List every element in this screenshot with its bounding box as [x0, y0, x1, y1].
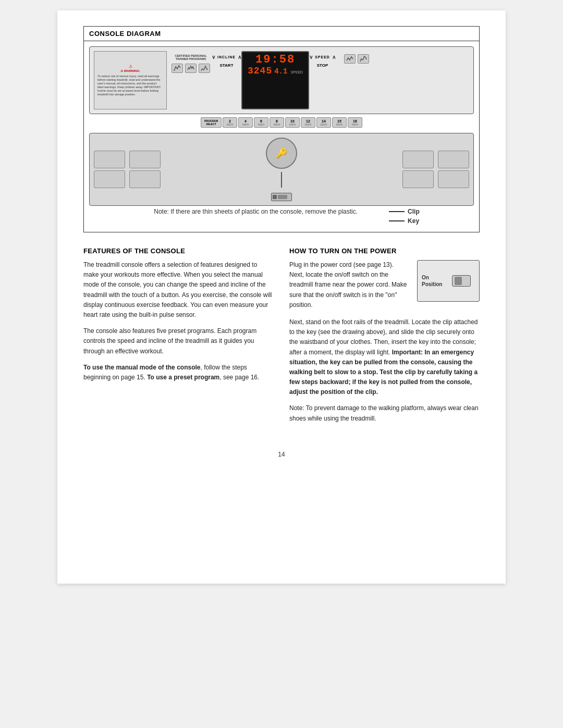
features-column: FEATURES OF THE CONSOLE The treadmill co… — [83, 247, 274, 430]
frame-btn-6 — [402, 170, 434, 188]
stop-label[interactable]: STOP — [317, 63, 328, 68]
frame-center: 🔑 — [165, 138, 398, 201]
two-col-section: FEATURES OF THE CONSOLE The treadmill co… — [83, 247, 480, 430]
program-select-btn[interactable]: PROGRAM SELECT — [201, 117, 222, 128]
speed-btn-12[interactable]: 12KM/H — [301, 117, 315, 128]
frame-left-buttons-2 — [129, 138, 161, 201]
incline-controls: ∨ INCLINE ∧ — [212, 54, 241, 60]
warning-panel: ⚠ ⚠ WARNING: To reduce risk of serious i… — [94, 51, 167, 109]
frame-btn-2 — [94, 170, 125, 188]
speed-buttons-row: PROGRAM SELECT 2KM/H 4KM/H 6KM/H 8KM/H 1… — [89, 117, 474, 128]
speed-label: SPEED — [315, 55, 330, 59]
speed-up-arrow[interactable]: ∧ — [332, 54, 336, 60]
features-bold-2: To use a preset program — [147, 374, 219, 381]
prog-icon-2 — [185, 64, 197, 73]
certified-label: CERTIFIED PERSONAL TRAINER PROGRAMS — [170, 54, 212, 60]
switch-toggle — [455, 277, 462, 285]
incline-label: INCLINE — [217, 55, 236, 59]
onoff-diagram: On Position — [417, 260, 480, 302]
speed-btn-14[interactable]: 14KM/H — [316, 117, 331, 128]
key-label-row: Key — [389, 217, 420, 225]
note-text: Note: If there are thin sheets of plasti… — [154, 208, 358, 215]
speed-section: ∨ SPEED ∧ STOP — [309, 51, 336, 109]
start-label[interactable]: START — [219, 63, 233, 68]
warning-text: To reduce risk of serious injury, read a… — [97, 75, 163, 97]
on-position-label: On Position — [422, 274, 442, 288]
power-paragraph-2: Next, stand on the foot rails of the tre… — [289, 317, 480, 398]
prog-icon-4 — [344, 54, 356, 64]
features-bold-1: To use the manual mode of the console — [83, 364, 200, 371]
key-label: Key — [408, 217, 419, 225]
clip-label-row: Clip — [389, 208, 420, 215]
frame-btn-7 — [438, 151, 469, 168]
program-section-right — [336, 51, 377, 109]
prog-icon-3 — [199, 64, 210, 73]
frame-btn-8 — [438, 170, 469, 188]
display-speed-value: 4.1 — [274, 67, 287, 76]
display-distance: 3245 — [248, 66, 272, 76]
frame-right-buttons-2 — [438, 138, 469, 201]
frame-btn-4 — [129, 170, 161, 188]
program-select-label: PROGRAM SELECT — [201, 119, 221, 126]
power-column: HOW TO TURN ON THE POWER Plug in the pow… — [289, 247, 480, 430]
frame-right-buttons — [402, 138, 434, 201]
frame-btn-3 — [129, 151, 161, 168]
speed-btn-6[interactable]: 6KM/H — [254, 117, 268, 128]
display-speed-label: SPEED — [290, 70, 303, 74]
switch-area — [452, 275, 471, 287]
clip-area — [271, 193, 292, 201]
warning-icon: ⚠ — [129, 64, 132, 69]
prog-icon-5 — [358, 54, 369, 64]
display-time: 19:58 — [255, 54, 295, 66]
speed-down-arrow[interactable]: ∨ — [309, 54, 313, 60]
speed-btn-16[interactable]: 16KM/H — [348, 117, 362, 128]
clip-label: Clip — [408, 208, 420, 215]
clip-box — [271, 193, 292, 201]
speed-btn-4[interactable]: 4KM/H — [238, 117, 253, 128]
power-heading: HOW TO TURN ON THE POWER — [289, 247, 480, 255]
program-icons-right — [344, 54, 369, 64]
console-diagram-section: CONSOLE DIAGRAM ⚠ ⚠ WARNING: To reduce r… — [83, 26, 480, 232]
features-paragraph-3: To use the manual mode of the console, f… — [83, 363, 274, 382]
incline-down-arrow[interactable]: ∨ — [212, 54, 215, 60]
speed-btn-8[interactable]: 8KM/H — [270, 117, 284, 128]
connector-line — [281, 172, 282, 188]
labels-row: Note: If there are thin sheets of plasti… — [89, 208, 474, 225]
treadmill-frame: 🔑 — [89, 133, 474, 206]
switch-body — [452, 275, 471, 287]
speed-btn-2[interactable]: 2KM/H — [223, 117, 237, 128]
program-section: CERTIFIED PERSONAL TRAINER PROGRAMS — [170, 51, 212, 109]
features-text-suffix: , see page 16. — [219, 374, 259, 381]
clip-key-labels: Clip Key — [389, 208, 420, 225]
power-first-row: Plug in the power cord (see page 13). Ne… — [289, 260, 480, 310]
frame-btn-5 — [402, 151, 434, 168]
power-paragraph-3: Note: To prevent damage to the walking p… — [289, 403, 480, 423]
page: CONSOLE DIAGRAM ⚠ ⚠ WARNING: To reduce r… — [57, 10, 506, 584]
features-paragraph-1: The treadmill console offers a selection… — [83, 260, 274, 320]
features-paragraph-2: The console also features five preset pr… — [83, 326, 274, 356]
frame-btn-1 — [94, 151, 125, 168]
speed-btn-10[interactable]: 10KM/H — [285, 117, 300, 128]
prog-icon-1 — [172, 64, 183, 73]
frame-left-buttons — [94, 138, 125, 201]
incline-section: ∨ INCLINE ∧ START — [212, 51, 241, 109]
speed-btn-15[interactable]: 15KM/H — [332, 117, 347, 128]
console-diagram-title: CONSOLE DIAGRAM — [84, 27, 479, 41]
speed-controls: ∨ SPEED ∧ — [309, 54, 336, 60]
console-illustration: ⚠ ⚠ WARNING: To reduce risk of serious i… — [89, 46, 474, 114]
page-number: 14 — [83, 451, 480, 458]
console-diagram-content: ⚠ ⚠ WARNING: To reduce risk of serious i… — [84, 41, 479, 232]
key-holder: 🔑 — [266, 138, 297, 169]
program-icons — [172, 64, 210, 73]
display-section: 19:58 3245 4.1 SPEED — [241, 51, 309, 109]
incline-up-arrow[interactable]: ∧ — [238, 54, 241, 60]
warning-label: ⚠ WARNING: — [120, 69, 140, 72]
power-paragraph-1: Plug in the power cord (see page 13). Ne… — [289, 260, 410, 310]
features-heading: FEATURES OF THE CONSOLE — [83, 247, 274, 255]
display-bottom: 3245 4.1 SPEED — [248, 66, 303, 76]
